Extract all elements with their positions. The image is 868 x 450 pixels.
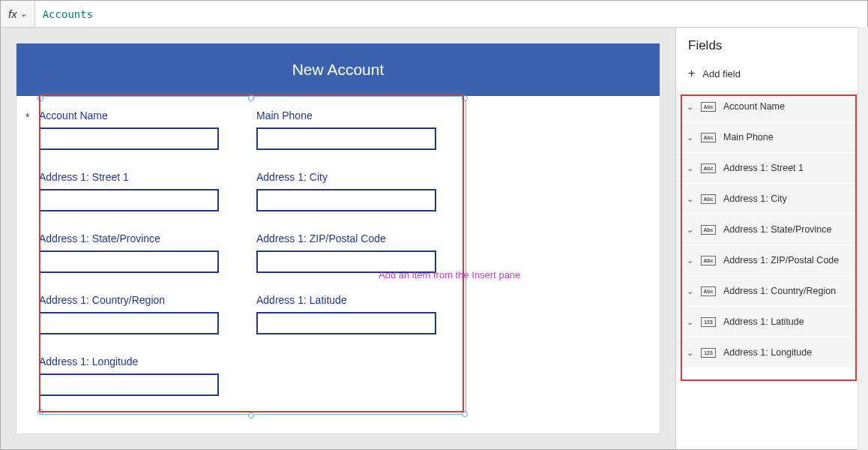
form-body: *Account NameMain PhoneAddress 1: Street… <box>16 96 660 411</box>
field-item-label: Address 1: Longitude <box>723 347 812 358</box>
field-label: Address 1: Latitude <box>250 294 468 306</box>
add-field-label: Add field <box>702 68 741 80</box>
text-type-icon: Abc <box>701 225 716 235</box>
field-input[interactable] <box>39 189 219 212</box>
field-item[interactable]: ⌄AbcMain Phone <box>676 122 867 153</box>
text-type-icon: Abc <box>701 133 716 142</box>
chevron-down-icon: ⌄ <box>687 286 693 296</box>
fx-label: fx <box>8 8 17 20</box>
formula-input[interactable]: Accounts <box>35 1 867 27</box>
resize-handle[interactable] <box>37 95 43 101</box>
number-type-icon: 123 <box>701 317 716 327</box>
resize-handle[interactable] <box>248 412 254 418</box>
field-item-label: Address 1: City <box>723 194 787 204</box>
field-item[interactable]: ⌄AbcAccount Name <box>676 92 867 122</box>
chevron-down-icon: ⌄ <box>687 317 693 327</box>
chevron-down-icon: ⌄ <box>687 102 693 112</box>
field-label: Address 1: Longitude <box>33 356 250 368</box>
field-item[interactable]: ⌄AbcAddress 1: Street 1 <box>676 153 867 184</box>
chevron-down-icon: ⌄ <box>687 348 693 358</box>
chevron-down-icon: ⌄ <box>687 164 693 173</box>
form-field[interactable]: Address 1: ZIP/Postal Code <box>250 232 468 273</box>
field-input[interactable] <box>39 312 219 334</box>
field-label: Account Name <box>33 110 250 122</box>
required-mark: * <box>25 111 29 123</box>
scrollbar[interactable] <box>858 27 868 450</box>
resize-handle[interactable] <box>462 95 468 101</box>
chevron-down-icon: ⌄ <box>687 225 693 235</box>
add-field-button[interactable]: + Add field <box>676 59 867 91</box>
chevron-down-icon: ⌄ <box>20 9 27 19</box>
plus-icon: + <box>688 67 695 80</box>
form-field[interactable]: Address 1: City <box>250 171 468 212</box>
form-field[interactable]: Address 1: Latitude <box>250 294 468 334</box>
chevron-down-icon: ⌄ <box>687 194 693 204</box>
resize-handle[interactable] <box>462 411 468 417</box>
form-field[interactable]: Address 1: Longitude <box>33 356 250 396</box>
canvas-area: New Account *Account NameMain PhoneAddre… <box>1 28 675 449</box>
field-item[interactable]: ⌄123Address 1: Latitude <box>676 307 867 338</box>
panel-title: Fields <box>676 28 867 59</box>
fields-list: ⌄AbcAccount Name⌄AbcMain Phone⌄AbcAddres… <box>676 91 867 449</box>
form-field[interactable]: *Account Name <box>33 110 250 150</box>
field-item-label: Account Name <box>723 101 785 112</box>
field-item[interactable]: ⌄AbcAddress 1: State/Province <box>676 214 867 245</box>
field-item[interactable]: ⌄AbcAddress 1: Country/Region <box>676 276 867 307</box>
number-type-icon: 123 <box>701 348 716 358</box>
text-type-icon: Abc <box>701 194 716 204</box>
field-input[interactable] <box>39 374 219 396</box>
field-item-label: Address 1: ZIP/Postal Code <box>723 255 839 266</box>
field-label: Main Phone <box>250 110 468 122</box>
field-item[interactable]: ⌄AbcAddress 1: City <box>676 184 867 214</box>
formula-value: Accounts <box>43 8 93 20</box>
field-item-label: Main Phone <box>723 132 774 142</box>
fields-panel: Fields + Add field ⌄AbcAccount Name⌄AbcM… <box>675 28 867 449</box>
field-item-label: Address 1: Street 1 <box>723 163 804 173</box>
field-input[interactable] <box>39 250 219 273</box>
field-label: Address 1: City <box>250 171 468 183</box>
field-input[interactable] <box>256 128 436 150</box>
resize-handle[interactable] <box>37 409 43 415</box>
form-field[interactable]: Main Phone <box>250 110 468 150</box>
field-item[interactable]: ⌄123Address 1: Longitude <box>676 338 867 368</box>
field-label: Address 1: State/Province <box>33 232 250 244</box>
text-type-icon: Abc <box>701 102 716 112</box>
resize-handle[interactable] <box>248 95 254 101</box>
text-type-icon: Abc <box>701 164 716 173</box>
form-field[interactable]: Address 1: Country/Region <box>33 294 250 334</box>
field-label: Address 1: ZIP/Postal Code <box>250 232 468 244</box>
field-label: Address 1: Street 1 <box>33 171 250 183</box>
text-type-icon: Abc <box>701 256 716 266</box>
chevron-down-icon: ⌄ <box>687 256 693 266</box>
main-area: New Account *Account NameMain PhoneAddre… <box>1 28 867 449</box>
field-input[interactable] <box>39 128 219 150</box>
field-item-label: Address 1: Country/Region <box>723 286 836 296</box>
form-title: New Account <box>16 44 660 96</box>
text-type-icon: Abc <box>701 286 716 296</box>
formula-bar: fx ⌄ Accounts <box>1 1 867 28</box>
field-label: Address 1: Country/Region <box>33 294 250 306</box>
canvas[interactable]: New Account *Account NameMain PhoneAddre… <box>16 43 660 434</box>
field-item[interactable]: ⌄AbcAddress 1: ZIP/Postal Code <box>676 245 867 276</box>
field-item-label: Address 1: Latitude <box>723 316 804 327</box>
field-input[interactable] <box>256 189 436 212</box>
chevron-down-icon: ⌄ <box>687 133 693 142</box>
field-item-label: Address 1: State/Province <box>723 224 832 235</box>
form-field[interactable]: Address 1: State/Province <box>33 232 250 273</box>
field-input[interactable] <box>256 250 436 273</box>
fx-button[interactable]: fx ⌄ <box>1 1 35 27</box>
form-field[interactable]: Address 1: Street 1 <box>33 171 250 212</box>
field-input[interactable] <box>256 312 436 334</box>
